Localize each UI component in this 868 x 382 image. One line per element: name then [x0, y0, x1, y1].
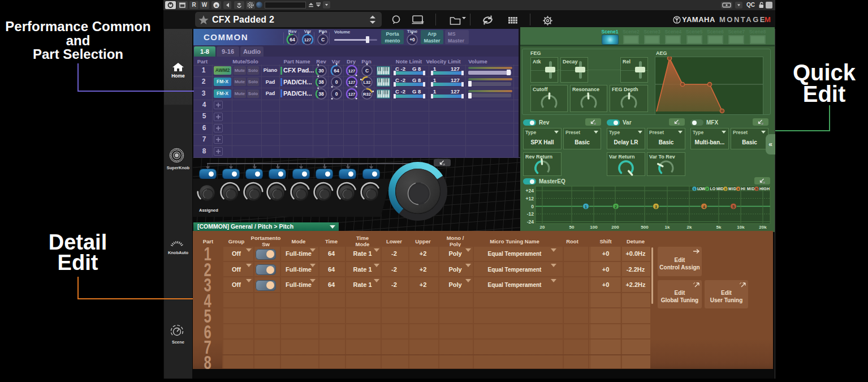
svg-text:0: 0 — [335, 91, 338, 97]
svg-text:HIGH: HIGH — [759, 187, 770, 191]
svg-text:64: 64 — [334, 68, 339, 74]
svg-text:50: 50 — [569, 225, 575, 229]
svg-text:127: 127 — [348, 80, 355, 85]
svg-text:500: 500 — [641, 225, 649, 229]
svg-text:1: 1 — [585, 205, 587, 209]
svg-text:0: 0 — [531, 204, 534, 209]
svg-text:2: 2 — [615, 205, 617, 209]
svg-text:0: 0 — [335, 79, 338, 85]
svg-text:-12: -12 — [527, 211, 534, 217]
svg-text:-24: -24 — [527, 219, 534, 225]
svg-text:64: 64 — [290, 37, 295, 42]
svg-text:+0: +0 — [409, 37, 415, 42]
svg-text:127: 127 — [348, 68, 355, 73]
svg-text:38: 38 — [318, 91, 324, 97]
svg-text:a: a — [215, 3, 218, 8]
svg-text:MID: MID — [728, 187, 736, 191]
svg-text:10k: 10k — [737, 225, 745, 229]
svg-text:HI MID: HI MID — [741, 187, 755, 191]
svg-text:127: 127 — [348, 91, 355, 96]
svg-text:5: 5 — [732, 205, 735, 209]
svg-text:+24: +24 — [526, 188, 534, 194]
svg-text:38: 38 — [318, 79, 324, 85]
svg-text:100: 100 — [590, 225, 598, 229]
svg-text:+12: +12 — [526, 196, 534, 201]
svg-text:1k: 1k — [665, 225, 670, 229]
svg-text:4: 4 — [703, 205, 705, 209]
svg-text:C: C — [321, 37, 325, 42]
svg-text:R32: R32 — [363, 91, 371, 96]
svg-text:LO MID: LO MID — [710, 187, 724, 191]
svg-text:LOW: LOW — [697, 187, 705, 191]
svg-text:5k: 5k — [716, 225, 722, 229]
svg-text:20k: 20k — [759, 225, 767, 229]
svg-text:30: 30 — [318, 68, 324, 74]
svg-text:20: 20 — [540, 225, 545, 229]
svg-text:200: 200 — [611, 225, 619, 229]
svg-text:2k: 2k — [687, 225, 692, 229]
svg-text:127: 127 — [304, 37, 312, 42]
svg-text:C: C — [365, 68, 368, 74]
svg-text:3: 3 — [655, 205, 657, 209]
svg-text:L32: L32 — [363, 80, 370, 85]
